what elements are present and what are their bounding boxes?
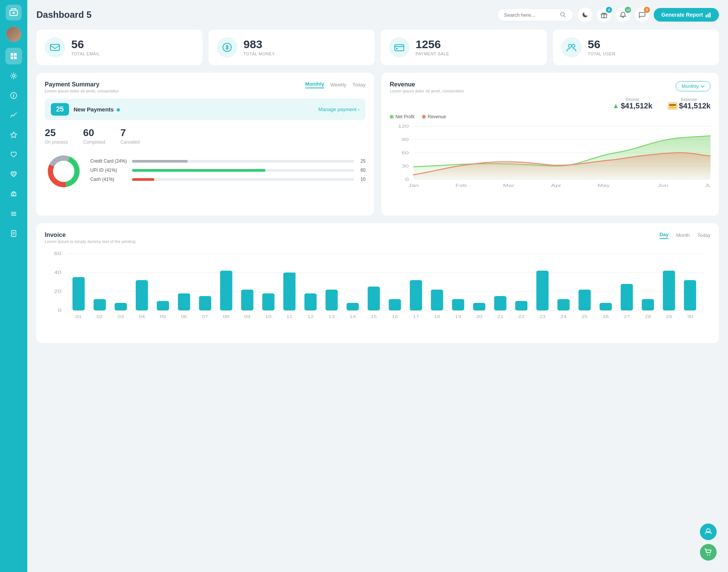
svg-rect-70 <box>494 296 506 310</box>
progress-row-cash: Cash (41%) 10 <box>90 177 366 182</box>
svg-text:01: 01 <box>75 315 82 319</box>
revenue-subtitle: Lorem ipsum dolor sit amet, consectetur <box>390 89 464 93</box>
stat-icon-email <box>45 37 65 58</box>
tab-weekly[interactable]: Weekly <box>330 82 346 88</box>
svg-text:08: 08 <box>223 315 229 319</box>
generate-report-button[interactable]: Generate Report <box>654 8 719 22</box>
progress-label-cash: Cash (41%) <box>90 177 128 182</box>
svg-rect-66 <box>410 280 422 310</box>
search-input[interactable] <box>504 12 557 18</box>
svg-text:27: 27 <box>624 315 630 319</box>
payment-summary-card: Payment Summary Lorem ipsum dolor sit am… <box>36 73 374 216</box>
invoice-card: Invoice Lorem Ipsum is simply dummy text… <box>36 223 719 343</box>
svg-text:19: 19 <box>455 315 461 319</box>
svg-point-19 <box>568 44 571 47</box>
chat-badge: 5 <box>644 7 650 13</box>
svg-text:18: 18 <box>434 315 440 319</box>
stat-card-money: 983 TOTAL MONEY <box>209 30 375 65</box>
svg-rect-52 <box>115 303 127 310</box>
svg-rect-72 <box>537 271 549 310</box>
svg-rect-63 <box>347 303 359 310</box>
payment-stats-row: 25 On process 60 Completed 7 Canceled <box>45 127 366 145</box>
progress-bar-bg-upi <box>132 169 354 172</box>
avatar[interactable] <box>6 27 21 42</box>
donut-chart <box>45 152 83 192</box>
svg-text:90: 90 <box>402 137 409 142</box>
svg-rect-15 <box>50 44 60 50</box>
svg-text:120: 120 <box>398 124 409 129</box>
chat-button[interactable]: 5 <box>635 8 649 22</box>
payment-bottom: Credit Card (24%) 25 UPI ID (41%) 60 <box>45 152 366 192</box>
svg-rect-77 <box>642 299 654 310</box>
svg-text:26: 26 <box>602 315 609 319</box>
sidebar-item-list[interactable] <box>5 205 22 222</box>
sidebar <box>0 0 27 572</box>
gift-button[interactable]: 2 <box>597 8 611 22</box>
svg-rect-65 <box>389 299 401 310</box>
sidebar-item-info[interactable] <box>5 87 22 104</box>
svg-rect-50 <box>72 277 85 310</box>
svg-rect-79 <box>684 280 696 310</box>
svg-rect-14 <box>709 13 711 17</box>
manage-payment-link[interactable]: Manage payment › <box>318 107 359 112</box>
main-content: Dashboard 5 2 12 5 Generate Repo <box>27 0 728 572</box>
sidebar-item-star[interactable] <box>5 127 22 143</box>
svg-text:14: 14 <box>350 315 356 319</box>
sidebar-item-print[interactable] <box>5 186 22 202</box>
invoice-title: Invoice <box>45 232 135 238</box>
tab-today[interactable]: Today <box>697 232 711 238</box>
svg-text:03: 03 <box>118 315 124 319</box>
svg-text:10: 10 <box>265 315 271 319</box>
svg-rect-64 <box>368 287 380 310</box>
dark-mode-button[interactable] <box>578 8 592 22</box>
svg-rect-5 <box>14 56 17 59</box>
stats-grid: 56 TOTAL EMAIL 983 TOTAL MONEY 1256 PAYM… <box>36 30 719 65</box>
stat-icon-money <box>217 37 237 58</box>
svg-text:July: July <box>705 183 711 188</box>
svg-rect-12 <box>706 15 707 17</box>
svg-rect-75 <box>599 303 612 310</box>
revenue-monthly-button[interactable]: Monthly <box>676 81 711 91</box>
tab-day[interactable]: Day <box>659 232 668 239</box>
legend-net-profit: Net Profit <box>390 114 414 119</box>
sidebar-item-chart[interactable] <box>5 107 22 124</box>
svg-rect-78 <box>663 271 675 310</box>
progress-bar-fill-cash <box>132 178 154 181</box>
new-payments-count: 25 <box>51 103 69 116</box>
svg-text:Jan: Jan <box>408 183 419 188</box>
stat-canceled: 7 Canceled <box>120 127 140 145</box>
sidebar-item-settings[interactable] <box>5 67 22 84</box>
svg-text:22: 22 <box>518 315 524 319</box>
sidebar-item-heart2[interactable] <box>5 166 22 183</box>
expense-item: Expense 💳 $41,512k <box>668 97 711 110</box>
stat-label-email: TOTAL EMAIL <box>71 52 100 56</box>
svg-point-112 <box>709 555 711 556</box>
svg-rect-53 <box>136 280 148 310</box>
svg-text:60: 60 <box>402 150 409 155</box>
fab-cart-button[interactable] <box>700 544 717 561</box>
tab-today[interactable]: Today <box>352 82 366 88</box>
revenue-card: Revenue Lorem ipsum dolor sit amet, cons… <box>381 73 719 216</box>
svg-text:Mar: Mar <box>503 183 515 188</box>
fab-support-button[interactable] <box>700 523 717 540</box>
headset-icon <box>704 528 712 536</box>
bell-button[interactable]: 12 <box>616 8 630 22</box>
gift-badge: 2 <box>606 7 612 13</box>
svg-rect-51 <box>94 299 106 310</box>
sidebar-logo[interactable] <box>6 5 22 20</box>
bell-badge: 12 <box>625 7 631 13</box>
svg-point-20 <box>572 44 575 47</box>
sidebar-item-doc[interactable] <box>5 225 22 242</box>
svg-text:12: 12 <box>308 315 314 319</box>
svg-text:60: 60 <box>54 251 61 256</box>
svg-rect-61 <box>304 293 317 310</box>
stat-card-user: 56 TOTAL USER <box>553 30 719 65</box>
sidebar-item-heart[interactable] <box>5 146 22 163</box>
sidebar-item-dashboard[interactable] <box>5 48 22 64</box>
progress-section: Credit Card (24%) 25 UPI ID (41%) 60 <box>90 158 366 186</box>
payment-summary-title: Payment Summary <box>45 81 119 88</box>
tab-monthly[interactable]: Monthly <box>305 81 324 88</box>
svg-text:04: 04 <box>139 315 145 319</box>
tab-month[interactable]: Month <box>676 232 690 238</box>
new-payments-bar: 25 New Payments Manage payment › <box>45 99 366 120</box>
